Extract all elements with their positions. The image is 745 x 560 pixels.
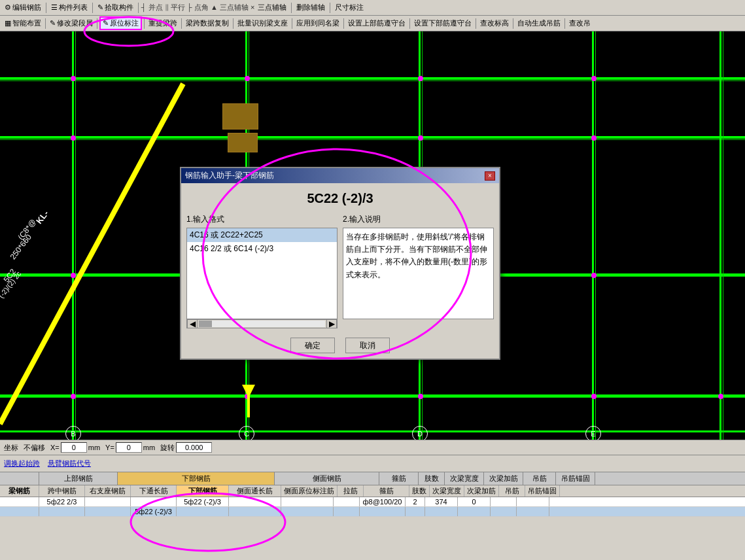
subhdr-hanger: 吊筋 [499, 485, 525, 497]
cell2-right-seat [85, 507, 131, 516]
list-icon: ☰ [51, 3, 58, 12]
cell2-span-rebar [39, 507, 85, 516]
magenta-dot [418, 76, 423, 81]
tb2-sep9 [476, 18, 476, 29]
toolbar1-pick[interactable]: ✎ 拾取构件 [95, 2, 135, 13]
brown-rect [222, 103, 258, 130]
no-move-label: 不偏移 [24, 443, 45, 453]
link-cantilever-code[interactable]: 悬臂钢筋代号 [48, 459, 91, 468]
tb2-sep11 [564, 18, 565, 29]
toolbar1-delete-aux[interactable]: 删除辅轴 [294, 2, 327, 13]
dialog-close-button[interactable]: × [485, 171, 495, 181]
toolbar1-three-point[interactable]: 三点辅轴 [256, 2, 288, 13]
subhdr-lower-rebar: 下部钢筋 [177, 485, 229, 497]
toolbar2-copy-span[interactable]: 梁跨数据复制 [184, 18, 231, 29]
toolbar2-set-upper[interactable]: 设置上部筋遵守台 [346, 18, 407, 29]
toolbar2-smart-layout[interactable]: ▦ 智能布置 [3, 18, 43, 29]
group-header-rebar [0, 472, 39, 485]
subhdr-hanger-anchor: 吊筋锚固 [525, 485, 560, 497]
cell-lower-thru [131, 497, 177, 506]
toolbar2: ▦ 智能布置 ✎ 修改梁段属 ✎ 原位标注 重提梁跨 梁跨数据复制 批量识别梁支… [0, 16, 745, 31]
toolbar1-edit-rebar[interactable]: ⚙ 编辑钢筋 [3, 2, 43, 13]
toolbar1-dimension[interactable]: 尺寸标注 [333, 2, 366, 13]
cell2-beam-rebar [0, 507, 39, 516]
scroll-thumb [199, 321, 212, 327]
scroll-left-btn[interactable]: ◀ [187, 319, 198, 328]
cell-span-rebar: 5ф22 2/3 [39, 497, 85, 506]
dialog-title-bar: 钢筋输入助手-梁下部钢筋 × [181, 168, 499, 183]
tb2-sep6 [292, 18, 292, 29]
v-grid-thin [595, 31, 596, 447]
tb2-sep4 [181, 18, 182, 29]
group-header-secadd: 次梁加筋 [484, 472, 523, 485]
svg-line-0 [0, 84, 183, 424]
scroll-right-btn[interactable]: ▶ [326, 319, 337, 328]
cell-tie [334, 497, 360, 506]
magenta-dot [418, 135, 423, 141]
h-grid-thin [0, 397, 745, 398]
dialog-title-text: 钢筋输入助手-梁下部钢筋 [185, 170, 274, 181]
sep4 [291, 3, 292, 13]
rotate-input[interactable] [176, 442, 212, 453]
magenta-dot [591, 394, 597, 399]
scroll-track [199, 321, 325, 327]
cell2-lower-thru: 5ф22 (-2)/3 [131, 507, 177, 516]
magenta-dot [71, 76, 76, 81]
x-input[interactable] [61, 442, 87, 453]
group-header-hoop: 箍筋 [379, 472, 419, 485]
group-header-branch: 肢数 [419, 472, 445, 485]
magenta-dot [71, 135, 76, 141]
cell-lower-rebar: 5ф22 (-2)/3 [177, 497, 229, 506]
toolbar2-insitu-label[interactable]: ✎ 原位标注 [99, 16, 142, 30]
toolbar2-batch[interactable]: 批量识别梁支座 [235, 18, 290, 29]
dialog-col1: 1.输入格式 4C16 或 2C22+2C25 4C16 2/2 或 6C14 … [186, 214, 338, 328]
dialog-format-list[interactable]: 4C16 或 2C22+2C25 4C16 2/2 或 6C14 (-2)/3 [186, 228, 338, 319]
group-header-upper: 上部钢筋 [39, 472, 118, 485]
tb2-sep7 [343, 18, 344, 29]
coord-item: 坐标 [4, 443, 18, 453]
smart-icon: ▦ [5, 19, 11, 27]
subhdr-tie: 拉筋 [338, 485, 364, 497]
magenta-dot [71, 394, 76, 399]
status-bar: 坐标 不偏移 X= mm Y= mm 旋转 [0, 440, 745, 455]
toolbar2-recalc[interactable]: 重提梁跨 [147, 18, 179, 29]
dialog-confirm-button[interactable]: 确定 [290, 338, 335, 353]
dialog-list-item-1[interactable]: 4C16 或 2C22+2C25 [187, 228, 337, 242]
cell2-hanger-anchor [517, 507, 549, 516]
v-grid-line [72, 31, 74, 447]
dialog-list-scrollbar[interactable]: ◀ ▶ [186, 319, 338, 328]
cell-hanger-anchor [517, 497, 549, 506]
cell-side-insitu [281, 497, 334, 506]
v-grid-line [719, 31, 721, 447]
toolbar2-modify-beam[interactable]: ✎ 修改梁段属 [48, 18, 95, 29]
coord-label: 坐标 [4, 443, 18, 453]
toolbar1-component-list[interactable]: ☰ 构件列表 [49, 2, 90, 13]
dialog-list-item-2[interactable]: 4C16 2/2 或 6C14 (-2)/3 [187, 242, 337, 256]
toolbar1-extra: ┤ 并点 ‖ 平行 ├ 点角 ▲ 三点辅轴 × [141, 3, 254, 12]
table-row-selected[interactable]: 5ф22 (-2)/3 [0, 507, 745, 517]
table-row[interactable]: 5ф22 2/3 5ф22 (-2)/3 ф8@100/20 2 374 0 [0, 497, 745, 507]
toolbar2-apply-same[interactable]: 应用到同名梁 [294, 18, 341, 29]
pick-icon: ✎ [97, 3, 103, 12]
toolbar2-check-height[interactable]: 查改标高 [478, 18, 511, 29]
magenta-dot [245, 394, 250, 399]
dialog-cancel-button[interactable]: 取消 [345, 338, 390, 353]
cell-secwidth: 374 [425, 497, 458, 506]
y-input[interactable] [116, 442, 142, 453]
h-grid-thin [0, 139, 745, 140]
subhdr-branch: 肢数 [409, 485, 430, 497]
toolbar2-auto-hanger[interactable]: 自动生成吊筋 [515, 18, 563, 29]
toolbar2-check-hanger[interactable]: 查改吊 [567, 18, 593, 29]
v-grid-line [592, 31, 594, 447]
toolbar2-set-lower[interactable]: 设置下部筋遵守台 [412, 18, 474, 29]
link-adjust-start[interactable]: 调换起始跨 [4, 459, 40, 468]
dialog-description: 当存在多排钢筋时，使用斜线'/'将各排钢筋自上而下分开。当有下部钢筋不全部伸入支… [343, 228, 494, 319]
tb2-sep2 [97, 18, 97, 29]
dialog-footer: 确定 取消 [181, 334, 499, 359]
subhdr-beam-rebar: 梁钢筋 [0, 485, 39, 497]
magenta-dot [591, 273, 597, 278]
dialog-main-title: 5C22 (-2)/3 [181, 183, 499, 211]
cell2-secadd [458, 507, 491, 516]
subhdr-side-insitu: 侧面原位标注筋 [281, 485, 338, 497]
tb2-sep3 [144, 18, 145, 29]
